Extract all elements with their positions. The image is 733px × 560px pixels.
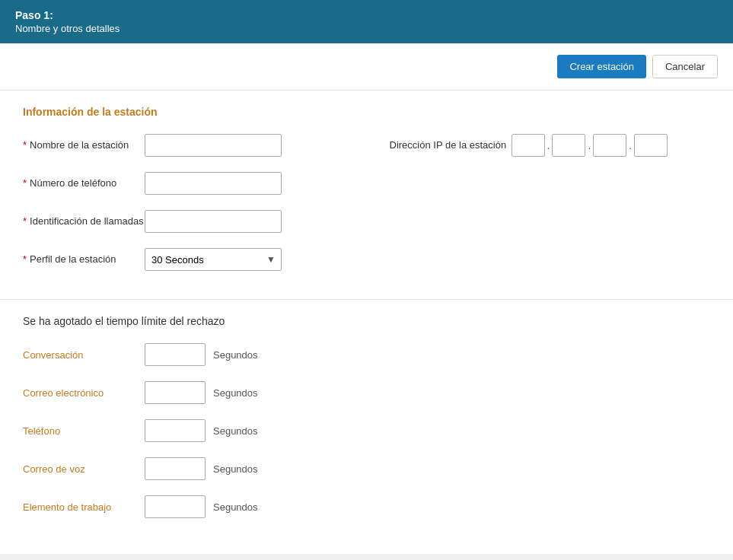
timeout-conversation-label: Conversación [23,349,145,361]
phone-number-label: *Número de teléfono [23,177,145,190]
header-step: Paso 1: [15,9,718,21]
timeout-voicemail-input[interactable] [145,457,206,480]
form-left-column: *Nombre de la estación *Número de teléfo… [23,132,344,284]
main-content: Crear estación Cancelar Información de l… [0,43,733,554]
timeout-conversation-row: Conversación Segundos [23,341,710,368]
create-station-button[interactable]: Crear estación [557,55,646,78]
timeout-section-title: Se ha agotado el tiempo límite del recha… [23,315,710,327]
ip-octet-3[interactable] [593,134,626,157]
station-profile-label: *Perfil de la estación [23,253,145,266]
timeout-voicemail-label: Correo de voz [23,463,145,475]
timeout-phone-input[interactable] [145,419,206,442]
timeout-workitem-label: Elemento de trabajo [23,501,145,513]
workitem-seconds-label: Segundos [213,501,258,513]
conversation-seconds-label: Segundos [213,349,258,361]
toolbar: Crear estación Cancelar [0,43,733,91]
phone-seconds-label: Segundos [213,425,258,437]
station-name-input[interactable] [145,134,282,157]
call-id-label: *Identificación de llamadas [23,215,145,228]
email-seconds-label: Segundos [213,387,258,399]
station-profile-select[interactable]: 30 Seconds 60 Seconds 90 Seconds 120 Sec… [145,248,282,271]
ip-octet-2[interactable] [552,134,585,157]
required-star-phone: * [23,177,27,189]
required-star-callid: * [23,215,27,227]
ip-octet-1[interactable] [512,134,545,157]
ip-octet-4[interactable] [634,134,668,157]
timeout-workitem-input[interactable] [145,495,206,518]
required-star-profile: * [23,253,27,265]
phone-number-input[interactable] [145,172,282,195]
station-info-section: Información de la estación *Nombre de la… [0,91,733,299]
station-info-title: Información de la estación [23,106,710,118]
timeout-phone-label: Teléfono [23,425,145,437]
required-star-name: * [23,139,27,151]
ip-address-row: Dirección IP de la estación . . . [390,132,711,159]
voicemail-seconds-label: Segundos [213,463,258,475]
timeout-email-input[interactable] [145,381,206,404]
timeout-email-row: Correo electrónico Segundos [23,379,710,406]
call-id-row: *Identificación de llamadas [23,208,344,235]
ip-inputs: . . . [512,134,668,157]
timeout-conversation-input[interactable] [145,343,206,366]
ip-address-label: Dirección IP de la estación [390,139,512,152]
timeout-section: Se ha agotado el tiempo límite del recha… [0,300,733,546]
station-name-label: *Nombre de la estación [23,139,145,152]
form-right-column: Dirección IP de la estación . . . [390,132,711,284]
phone-number-row: *Número de teléfono [23,170,344,197]
timeout-workitem-row: Elemento de trabajo Segundos [23,493,710,520]
station-profile-row: *Perfil de la estación 30 Seconds 60 Sec… [23,246,344,273]
header: Paso 1: Nombre y otros detalles [0,0,733,43]
profile-select-wrapper: 30 Seconds 60 Seconds 90 Seconds 120 Sec… [145,248,282,271]
station-name-row: *Nombre de la estación [23,132,344,159]
ip-dot-2: . [587,139,591,151]
cancel-button[interactable]: Cancelar [652,55,718,78]
timeout-email-label: Correo electrónico [23,387,145,399]
app-container: Paso 1: Nombre y otros detalles Crear es… [0,0,733,554]
timeout-voicemail-row: Correo de voz Segundos [23,455,710,482]
timeout-phone-row: Teléfono Segundos [23,417,710,444]
ip-dot-1: . [547,139,551,151]
form-grid: *Nombre de la estación *Número de teléfo… [23,132,710,284]
call-id-input[interactable] [145,210,282,233]
header-subtitle: Nombre y otros detalles [15,23,718,34]
ip-dot-3: . [628,139,633,151]
